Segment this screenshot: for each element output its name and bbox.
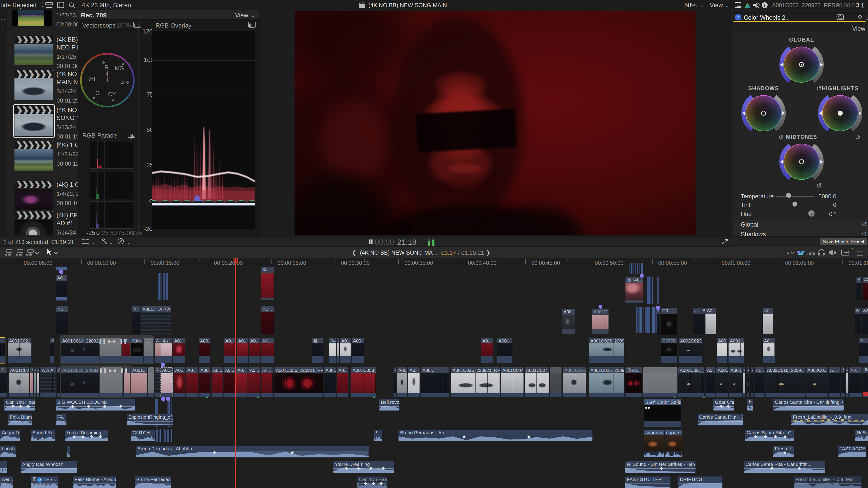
- svg-text:i: i: [764, 3, 765, 8]
